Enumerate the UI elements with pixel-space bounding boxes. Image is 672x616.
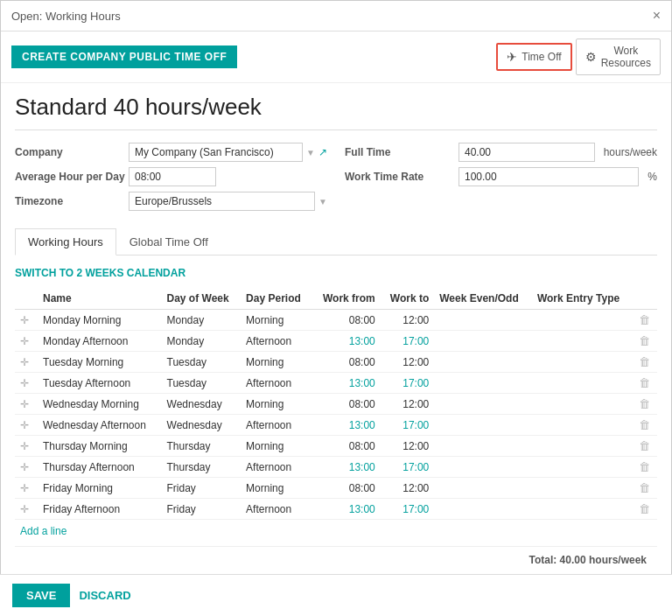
delete-row-icon[interactable]: 🗑 [639,460,650,473]
delete-row-icon[interactable]: 🗑 [639,334,650,347]
drag-handle-icon[interactable]: ✛ [20,482,29,494]
delete-row-icon[interactable]: 🗑 [639,355,650,368]
row-from: 13:00 [312,415,381,436]
row-evenodd [434,499,532,520]
fulltime-field: hours/week [458,143,657,162]
row-period: Afternoon [241,331,312,352]
row-day: Thursday [162,457,242,478]
delete-row-icon[interactable]: 🗑 [639,418,650,431]
row-delete: 🗑 [634,499,657,520]
row-period: Morning [241,478,312,499]
tab-working-hours[interactable]: Working Hours [15,228,116,256]
timezone-dropdown-arrow: ▼ [318,197,327,206]
time-off-label: Time Off [522,51,561,63]
row-delete: 🗑 [634,478,657,499]
row-name: Thursday Morning [38,436,162,457]
row-from: 13:00 [312,373,381,394]
th-period: Day Period [241,288,312,310]
drag-handle-icon[interactable]: ✛ [20,314,29,326]
row-delete: 🗑 [634,457,657,478]
th-evenodd: Week Even/Odd [434,288,532,310]
drag-handle-icon[interactable]: ✛ [20,398,29,410]
row-to: 17:00 [381,457,435,478]
th-drag [15,288,38,310]
table-row: ✛ Thursday Afternoon Thursday Afternoon … [15,457,657,478]
row-to: 12:00 [381,352,435,373]
drag-handle-icon[interactable]: ✛ [20,335,29,347]
fulltime-input[interactable] [458,143,595,162]
row-entrytype [532,352,634,373]
row-delete: 🗑 [634,415,657,436]
delete-row-icon[interactable]: 🗑 [639,397,650,410]
row-entrytype [532,499,634,520]
drag-handle-cell: ✛ [15,499,38,520]
delete-row-icon[interactable]: 🗑 [639,376,650,389]
delete-row-icon[interactable]: 🗑 [639,439,650,452]
drag-handle-icon[interactable]: ✛ [20,356,29,368]
drag-handle-icon[interactable]: ✛ [20,440,29,452]
table-row: ✛ Thursday Morning Thursday Morning 08:0… [15,436,657,457]
discard-button[interactable]: DISCARD [79,589,130,602]
external-link-icon[interactable]: ↗ [318,146,327,158]
switch-calendar-link[interactable]: SWITCH TO 2 WEEKS CALENDAR [15,267,186,279]
row-evenodd [434,331,532,352]
row-from: 13:00 [312,457,381,478]
avg-hour-field [129,167,327,186]
row-name: Wednesday Afternoon [38,415,162,436]
close-button[interactable]: × [653,8,661,24]
form-right: Full Time hours/week Work Time Rate % [345,143,657,216]
row-from: 13:00 [312,331,381,352]
timezone-field: ▼ [129,192,327,211]
drag-handle-icon[interactable]: ✛ [20,377,29,389]
row-name: Thursday Afternoon [38,457,162,478]
delete-row-icon[interactable]: 🗑 [639,502,650,515]
row-day: Friday [162,478,242,499]
table-row: ✛ Friday Afternoon Friday Afternoon 13:0… [15,499,657,520]
drag-handle-icon[interactable]: ✛ [20,503,29,515]
row-from: 08:00 [312,478,381,499]
row-day: Tuesday [162,373,242,394]
worktimerate-input[interactable] [458,167,639,186]
row-entrytype [532,457,634,478]
row-from: 08:00 [312,310,381,331]
drag-handle-cell: ✛ [15,394,38,415]
company-input[interactable] [129,143,303,162]
row-evenodd [434,373,532,394]
form-row-worktimerate: Work Time Rate % [345,167,657,186]
modal-title: Open: Working Hours [11,10,121,23]
timezone-input[interactable] [129,192,315,211]
drag-handle-cell: ✛ [15,478,38,499]
plane-icon: ✈ [507,50,517,64]
avg-hour-label: Average Hour per Day [15,171,129,183]
row-delete: 🗑 [634,373,657,394]
row-day: Friday [162,499,242,520]
tab-global-time-off[interactable]: Global Time Off [116,228,221,255]
work-resources-button[interactable]: ⚙ WorkResources [576,38,661,75]
table-row: ✛ Friday Morning Friday Morning 08:00 12… [15,478,657,499]
table-row: ✛ Monday Afternoon Monday Afternoon 13:0… [15,331,657,352]
delete-row-icon[interactable]: 🗑 [639,481,650,494]
gear-icon: ⚙ [585,50,597,64]
save-button[interactable]: SAVE [12,584,70,607]
modal-header: Open: Working Hours × [1,1,671,32]
add-line-link[interactable]: Add a line [15,520,657,542]
row-entrytype [532,331,634,352]
row-delete: 🗑 [634,352,657,373]
drag-handle-cell: ✛ [15,457,38,478]
drag-handle-icon[interactable]: ✛ [20,419,29,431]
row-entrytype [532,310,634,331]
time-off-button[interactable]: ✈ Time Off [496,43,571,71]
avg-hour-input[interactable] [129,167,216,186]
delete-row-icon[interactable]: 🗑 [639,313,650,326]
company-label: Company [15,146,129,158]
create-company-public-time-off-button[interactable]: CREATE COMPANY PUBLIC TIME OFF [11,46,237,68]
row-period: Morning [241,352,312,373]
row-day: Thursday [162,436,242,457]
row-day: Tuesday [162,352,242,373]
row-evenodd [434,310,532,331]
drag-handle-icon[interactable]: ✛ [20,461,29,473]
row-period: Morning [241,436,312,457]
worktimerate-field: % [458,167,657,186]
row-evenodd [434,394,532,415]
table-row: ✛ Tuesday Afternoon Tuesday Afternoon 13… [15,373,657,394]
